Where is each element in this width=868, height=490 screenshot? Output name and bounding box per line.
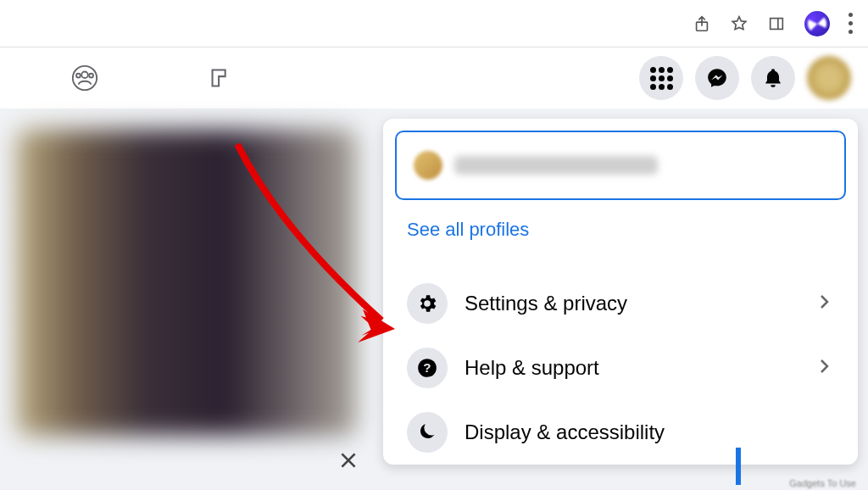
menu-item-settings-privacy[interactable]: Settings & privacy: [402, 271, 839, 336]
chevron-right-icon: [814, 356, 834, 380]
svg-point-4: [76, 74, 81, 78]
menu-item-label: Display & accessibility: [465, 420, 834, 444]
star-icon[interactable]: [730, 14, 748, 33]
svg-point-5: [89, 74, 93, 78]
account-menu-list: Settings & privacy ? Help & support Disp…: [395, 258, 846, 465]
svg-rect-1: [771, 18, 783, 29]
menu-button[interactable]: [639, 56, 683, 100]
moon-icon: [407, 412, 448, 453]
notifications-button[interactable]: [751, 56, 795, 100]
tab-gaming[interactable]: [153, 64, 288, 92]
bell-icon: [762, 67, 784, 89]
svg-point-3: [81, 71, 88, 78]
account-avatar[interactable]: [807, 56, 851, 100]
chevron-right-icon: [814, 292, 834, 315]
profile-card[interactable]: [395, 131, 846, 200]
menu-item-label: Settings & privacy: [465, 292, 797, 315]
kebab-menu-icon[interactable]: [849, 13, 853, 34]
panel-icon[interactable]: [767, 14, 786, 33]
tab-groups[interactable]: [17, 64, 153, 92]
question-icon: ?: [407, 348, 448, 388]
menu-item-label: Help & support: [465, 356, 797, 380]
profile-avatar: [414, 151, 442, 180]
watermark-text: Gadgets To Use: [789, 478, 856, 488]
menu-item-display-accessibility[interactable]: Display & accessibility: [402, 400, 839, 465]
text-cursor: [736, 448, 741, 485]
profile-name-blurred: [454, 156, 658, 175]
see-all-profiles-link[interactable]: See all profiles: [395, 200, 846, 258]
stories-preview[interactable]: [17, 130, 356, 435]
grid-icon: [650, 67, 673, 90]
gear-icon: [407, 283, 448, 324]
share-icon[interactable]: [693, 14, 711, 33]
messenger-icon: [706, 67, 728, 89]
menu-item-help-support[interactable]: ? Help & support: [402, 336, 839, 400]
svg-text:?: ?: [423, 360, 431, 375]
close-icon[interactable]: [337, 449, 359, 475]
messenger-button[interactable]: [695, 56, 739, 100]
browser-toolbar: [0, 0, 868, 47]
account-dropdown: See all profiles Settings & privacy ? He…: [383, 119, 858, 465]
app-navbar: [0, 47, 868, 109]
browser-profile-avatar[interactable]: [804, 11, 830, 36]
